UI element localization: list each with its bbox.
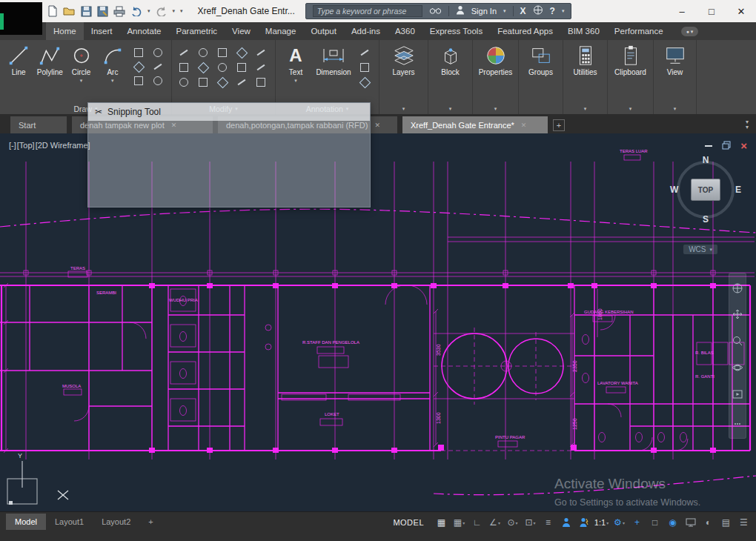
arc-caret-icon[interactable]: ▾: [111, 78, 114, 84]
viewcube[interactable]: N S W E TOP: [672, 156, 740, 224]
hardware-acceleration-icon[interactable]: ◐: [700, 515, 716, 530]
circle-button[interactable]: Circle ▾: [66, 42, 97, 84]
stretch-tool-icon[interactable]: [176, 76, 191, 88]
block-panel-footer[interactable]: ▾: [428, 103, 472, 114]
ortho-icon[interactable]: ∟: [469, 515, 485, 530]
doc-close-icon[interactable]: ×: [740, 141, 747, 151]
text-caret-icon[interactable]: ▾: [294, 78, 297, 84]
layers-panel-footer[interactable]: ▾: [379, 103, 428, 114]
tab-overflow-icon[interactable]: ▾▾: [746, 119, 749, 133]
chamfer-tool-icon[interactable]: [215, 76, 230, 88]
help-button[interactable]: ?: [550, 6, 555, 16]
line-button[interactable]: Line: [3, 42, 34, 76]
search-binoculars-icon[interactable]: [429, 4, 442, 18]
move-tool-icon[interactable]: [176, 47, 191, 59]
file-tab-start[interactable]: Start: [10, 116, 67, 133]
region-tool-icon[interactable]: [131, 75, 146, 87]
ribbon-tab-bim360[interactable]: BIM 360: [560, 22, 607, 40]
utilities-button[interactable]: Utilities: [568, 42, 603, 76]
qat-customize-caret-icon[interactable]: ▾: [180, 8, 183, 14]
close-button[interactable]: ✕: [726, 0, 756, 22]
ribbon-tab-manage[interactable]: Manage: [258, 22, 304, 40]
file-tab-xreff-active[interactable]: Xreff_Denah Gate Entrance*✕: [402, 116, 548, 133]
clean-screen-icon[interactable]: [683, 515, 698, 530]
clipboard-button[interactable]: Clipboard: [614, 42, 648, 76]
viewcube-south[interactable]: S: [703, 214, 709, 225]
floor-plan-geometry[interactable]: [0, 162, 756, 495]
viewcube-north[interactable]: N: [703, 155, 709, 165]
exchange-apps-icon[interactable]: [533, 4, 543, 18]
grid-icon[interactable]: ▦: [434, 515, 449, 530]
redo-dropdown-caret-icon[interactable]: ▾: [173, 8, 176, 14]
point-tool-icon[interactable]: [150, 75, 165, 87]
tab-close-icon[interactable]: ✕: [374, 122, 380, 129]
ribbon-tab-express-tools[interactable]: Express Tools: [422, 22, 490, 40]
ellipse-tool-icon[interactable]: [150, 47, 165, 59]
offset-tool-icon[interactable]: [253, 62, 268, 73]
rotate-tool-icon[interactable]: [196, 47, 210, 59]
search-input[interactable]: [313, 5, 422, 17]
clipboard-panel-footer[interactable]: ▾: [608, 103, 653, 114]
circle-caret-icon[interactable]: ▾: [80, 78, 83, 84]
isodraft-icon[interactable]: ⊙▾: [505, 515, 520, 530]
open-file-icon[interactable]: [63, 4, 76, 19]
layers-button[interactable]: Layers: [387, 42, 421, 76]
viewport-visual-style-button[interactable]: [2D Wireframe]: [36, 141, 90, 150]
explode-tool-icon[interactable]: [253, 47, 268, 59]
block-button[interactable]: Block: [434, 42, 468, 76]
copy-tool-icon[interactable]: [176, 62, 191, 73]
ribbon-tab-view[interactable]: View: [225, 22, 258, 40]
polar-tracking-icon[interactable]: ∠▾: [487, 515, 503, 530]
utilities-panel-footer[interactable]: ▾: [563, 103, 607, 114]
ribbon-tab-insert[interactable]: Insert: [84, 22, 120, 40]
view-button[interactable]: View: [658, 42, 692, 76]
erase-tool-icon[interactable]: [196, 76, 210, 88]
model-tab[interactable]: Model: [6, 514, 46, 530]
snipping-tool-overlay[interactable]: ✂ Snipping Tool: [87, 102, 371, 208]
viewcube-top-face[interactable]: TOP: [691, 179, 720, 201]
view-panel-footer[interactable]: ▾: [654, 103, 696, 114]
properties-button[interactable]: Properties: [479, 42, 513, 76]
wcs-dropdown[interactable]: WCS ▾: [683, 245, 717, 254]
navbar-zoom-icon[interactable]: [732, 336, 743, 349]
maximize-button[interactable]: □: [697, 0, 726, 22]
ribbon-tab-annotate[interactable]: Annotate: [119, 22, 168, 40]
markup-tool-icon[interactable]: [357, 76, 372, 88]
tab-close-icon[interactable]: ✕: [521, 122, 527, 129]
undo-dropdown-caret-icon[interactable]: ▾: [147, 8, 150, 14]
new-tab-button[interactable]: +: [553, 119, 565, 131]
navbar-showmotion-icon[interactable]: [732, 388, 743, 402]
new-layout-button[interactable]: +: [139, 514, 162, 530]
view-panel-caret-icon[interactable]: ▾: [674, 106, 677, 112]
properties-panel-footer[interactable]: ▾: [473, 103, 518, 114]
doc-restore-icon[interactable]: [722, 139, 731, 153]
graphics-performance-icon[interactable]: ◉: [665, 515, 680, 530]
viewport-menu-button[interactable]: [-]: [9, 141, 16, 150]
polyline-button[interactable]: Polyline: [34, 42, 65, 76]
rectangle-tool-icon[interactable]: [131, 47, 146, 59]
plot-icon[interactable]: [113, 4, 125, 19]
layers-panel-caret-icon[interactable]: ▾: [402, 106, 405, 112]
object-snap-icon[interactable]: ⊡▾: [523, 515, 538, 530]
ribbon-tab-parametric[interactable]: Parametric: [169, 22, 225, 40]
ribbon-tab-home[interactable]: Home: [46, 22, 84, 40]
sign-in-caret-icon[interactable]: ▾: [503, 8, 506, 14]
break-tool-icon[interactable]: [253, 76, 268, 88]
array-tool-icon[interactable]: [234, 62, 249, 73]
clipboard-panel-caret-icon[interactable]: ▾: [629, 106, 632, 112]
ribbon-tab-addins[interactable]: Add-ins: [344, 22, 388, 40]
redo-icon[interactable]: [156, 4, 168, 19]
trim-tool-icon[interactable]: [215, 47, 230, 59]
viewport-view-button[interactable]: [Top]: [17, 141, 35, 150]
a360-x-button[interactable]: X: [520, 6, 526, 16]
help-caret-icon[interactable]: ▾: [562, 8, 565, 14]
isolate-objects-icon[interactable]: □: [647, 515, 663, 530]
customization-icon[interactable]: ☰: [736, 515, 752, 530]
model-space-indicator[interactable]: MODEL: [393, 518, 424, 527]
text-button[interactable]: A Text ▾: [279, 42, 313, 84]
hatch-tool-icon[interactable]: [131, 61, 146, 73]
annotation-monitor-icon[interactable]: +: [629, 515, 645, 530]
save-as-icon[interactable]: [97, 4, 108, 19]
new-file-icon[interactable]: [47, 4, 58, 19]
quick-properties-icon[interactable]: ▤: [718, 515, 734, 530]
